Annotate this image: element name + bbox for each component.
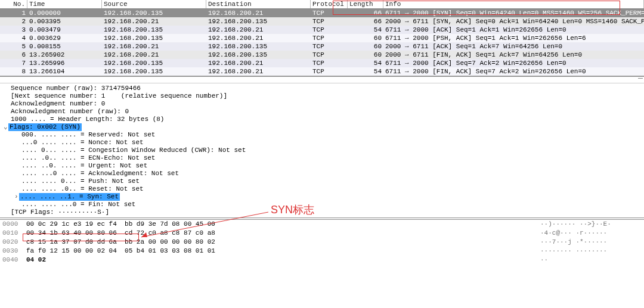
hex-row[interactable]: 0020c8 15 1a 37 07 d0 dd 6a bb 2a 00 00 …	[0, 238, 644, 247]
detail-hdr-len[interactable]: 1000 .... = Header Length: 32 bytes (8)	[11, 116, 644, 123]
cell-no: 8	[0, 67, 27, 76]
col-time[interactable]: Time	[27, 0, 102, 8]
detail-ack[interactable]: Acknowledgment number: 0	[11, 100, 644, 108]
hex-row[interactable]: 004004 02··	[0, 256, 644, 265]
cell-source: 192.168.200.135	[102, 26, 206, 34]
detail-next-seq[interactable]: [Next sequence number: 1 (relative seque…	[11, 92, 644, 100]
col-destination[interactable]: Destination	[206, 0, 311, 8]
cell-info: 6711 → 2000 [FIN, ACK] Seq=7 Ack=2 Win=2…	[383, 67, 644, 76]
detail-flags[interactable]: Flags: 0x002 (SYN)	[8, 123, 82, 131]
packet-row[interactable]: 713.265996192.168.200.135192.168.200.21T…	[0, 59, 644, 67]
packet-row[interactable]: 613.265902192.168.200.21192.168.200.135T…	[0, 51, 644, 59]
hex-offset: 0000	[2, 220, 26, 228]
cell-time: 13.265996	[27, 59, 102, 67]
hex-bytes: 00 0c 29 1c e3 19 ec f4 bb d9 3e 7d 08 0…	[26, 220, 540, 228]
cell-no: 1	[0, 9, 27, 17]
hex-row[interactable]: 001000 34 1b 63 40 00 80 06 cd 72 c0 a8 …	[0, 229, 644, 238]
cell-protocol: TCP	[311, 51, 348, 59]
cell-time: 13.265902	[27, 51, 102, 59]
packet-row[interactable]: 20.003395192.168.200.21192.168.200.135TC…	[0, 17, 644, 26]
detail-seq-raw[interactable]: Sequence number (raw): 3714759466	[11, 85, 644, 92]
cell-destination: 192.168.200.21	[206, 26, 311, 34]
cell-info: 6711 → 2000 [ACK] Seq=1 Ack=1 Win=262656…	[383, 26, 644, 34]
col-protocol[interactable]: Protocol	[311, 0, 348, 8]
packet-list-header: No. Time Source Destination Protocol Len…	[0, 0, 644, 9]
flag-reserved[interactable]: 000. .... .... = Reserved: Not set	[21, 131, 644, 139]
packet-row[interactable]: 10.000000192.168.200.135192.168.200.21TC…	[0, 9, 644, 17]
cell-protocol: TCP	[311, 42, 348, 51]
cell-no: 4	[0, 34, 27, 42]
cell-info: 6711 → 2000 [ACK] Seq=7 Ack=2 Win=262656…	[383, 59, 644, 67]
col-info[interactable]: Info	[383, 0, 644, 8]
hex-offset: 0030	[2, 247, 26, 255]
cell-protocol: TCP	[311, 26, 348, 34]
cell-source: 192.168.200.135	[102, 34, 206, 42]
cell-source: 192.168.200.21	[102, 42, 206, 51]
annotation-label: SYN标志	[271, 203, 314, 217]
detail-ack-raw[interactable]: Acknowledgment number (raw): 0	[11, 108, 644, 116]
flag-cwr[interactable]: .... 0... .... = Congestion Window Reduc…	[21, 147, 644, 154]
cell-length: 60	[348, 34, 383, 42]
tree-caret-flags[interactable]: ⌄	[4, 123, 8, 131]
cell-no: 6	[0, 51, 27, 59]
cell-source: 192.168.200.135	[102, 59, 206, 67]
col-no[interactable]: No.	[0, 0, 27, 8]
cell-time: 0.003395	[27, 17, 102, 26]
flag-reset[interactable]: .... .... .0.. = Reset: Not set	[21, 185, 644, 193]
flag-fin[interactable]: .... .... ...0 = Fin: Not set	[21, 201, 644, 209]
cell-destination: 192.168.200.135	[206, 42, 311, 51]
hex-dump: 000000 0c 29 1c e3 19 ec f4 bb d9 3e 7d …	[0, 220, 644, 265]
cell-destination: 192.168.200.135	[206, 51, 311, 59]
cell-protocol: TCP	[311, 67, 348, 76]
cell-length: 66	[348, 17, 383, 26]
cell-length: 54	[348, 26, 383, 34]
cell-protocol: TCP	[311, 17, 348, 26]
tree-caret-syn[interactable]: ›	[14, 193, 19, 201]
cell-length: 60	[348, 42, 383, 51]
cell-protocol: TCP	[311, 9, 348, 17]
flag-ecn[interactable]: .... .0.. .... = ECN-Echo: Not set	[21, 154, 644, 162]
cell-length: 54	[348, 67, 383, 76]
tcp-flags-summary[interactable]: [TCP Flags: ··········S·]	[11, 209, 644, 216]
flag-nonce[interactable]: ...0 .... .... = Nonce: Not set	[21, 139, 644, 147]
hex-ascii: ·4·c@··· ·r······	[540, 229, 642, 237]
cell-info: 6711 → 2000 [PSH, ACK] Seq=1 Ack=1 Win=2…	[383, 34, 644, 42]
col-length[interactable]: Length	[348, 0, 383, 8]
packet-row[interactable]: 40.003629192.168.200.135192.168.200.21TC…	[0, 34, 644, 42]
hex-ascii: ··)······ ··>}··E·	[540, 220, 642, 228]
hex-row[interactable]: 000000 0c 29 1c e3 19 ec f4 bb d9 3e 7d …	[0, 220, 644, 229]
packet-row[interactable]: 50.008155192.168.200.21192.168.200.135TC…	[0, 42, 644, 51]
pane-divider[interactable]	[0, 76, 644, 83]
cell-length: 66	[348, 9, 383, 17]
cell-time: 0.003629	[27, 34, 102, 42]
flag-urgent[interactable]: .... ..0. .... = Urgent: Not set	[21, 162, 644, 170]
cell-source: 192.168.200.135	[102, 67, 206, 76]
hex-offset: 0040	[2, 256, 26, 264]
cell-length: 60	[348, 51, 383, 59]
cell-destination: 192.168.200.135	[206, 17, 311, 26]
cell-source: 192.168.200.135	[102, 9, 206, 17]
hex-row[interactable]: 0030fa f0 12 15 00 00 02 04 05 b4 01 03 …	[0, 247, 644, 256]
hex-bytes: c8 15 1a 37 07 d0 dd 6a bb 2a 00 00 00 0…	[26, 238, 540, 246]
cell-source: 192.168.200.21	[102, 17, 206, 26]
cell-protocol: TCP	[311, 59, 348, 67]
cell-destination: 192.168.200.21	[206, 34, 311, 42]
cell-info: 2000 → 6711 [SYN, ACK] Seq=0 Ack=1 Win=6…	[383, 17, 644, 26]
hex-ascii: ··	[540, 256, 642, 264]
hex-bytes: fa f0 12 15 00 00 02 04 05 b4 01 03 03 0…	[26, 247, 540, 255]
flag-push[interactable]: .... .... 0... = Push: Not set	[21, 178, 644, 185]
cell-length: 54	[348, 59, 383, 67]
hex-bytes: 00 34 1b 63 40 00 80 06 cd 72 c0 a8 c8 8…	[26, 229, 540, 237]
flag-ack[interactable]: .... ...0 .... = Acknowledgment: Not set	[21, 170, 644, 178]
packet-row[interactable]: 30.003479192.168.200.135192.168.200.21TC…	[0, 26, 644, 34]
cell-no: 7	[0, 59, 27, 67]
cell-destination: 192.168.200.21	[206, 67, 311, 76]
col-source[interactable]: Source	[102, 0, 206, 8]
packet-row[interactable]: 813.266104192.168.200.135192.168.200.21T…	[0, 67, 644, 76]
cell-protocol: TCP	[311, 34, 348, 42]
hex-offset: 0020	[2, 238, 26, 246]
cell-source: 192.168.200.21	[102, 51, 206, 59]
hex-ascii: ········ ········	[540, 247, 642, 255]
hex-ascii: ···7···j ·*······	[540, 238, 642, 246]
flag-syn[interactable]: .... .... ..1. = Syn: Set	[19, 193, 120, 201]
